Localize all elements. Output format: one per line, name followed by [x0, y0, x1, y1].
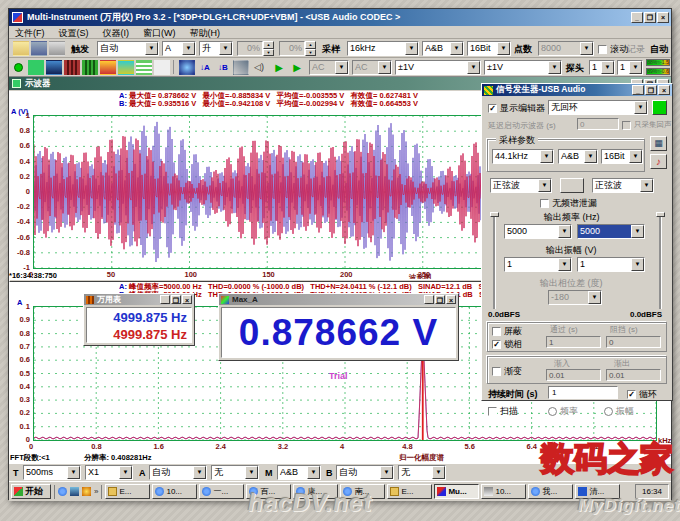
delay-input[interactable]: 0	[577, 118, 619, 130]
menu-help[interactable]: 帮助(H)	[190, 27, 221, 37]
spin-up-icon[interactable]: ▲	[263, 41, 274, 49]
radio-circle[interactable]	[548, 407, 557, 416]
checkbox-box[interactable]	[492, 327, 501, 336]
level-slider-a[interactable]	[493, 214, 496, 309]
close-icon[interactable]: ×	[657, 12, 669, 23]
data-logger-icon[interactable]	[100, 60, 116, 75]
marker-a-icon[interactable]: ↓A	[197, 60, 213, 75]
taskbar-button[interactable]: 一...	[199, 484, 244, 499]
fadeout-input[interactable]: 0.01	[606, 369, 661, 381]
amp-a-select[interactable]: 1▼	[504, 257, 572, 272]
close-icon[interactable]: ×	[182, 295, 192, 304]
b-extra-select[interactable]: 无▼	[398, 465, 446, 480]
generator-window[interactable]: 信号发生器-USB Audio _❐× ✓显示编辑器 无回环▼ 延迟启动示波器 …	[481, 83, 673, 401]
print-icon[interactable]	[49, 41, 65, 56]
radio-circle[interactable]	[604, 407, 613, 416]
minimize-icon[interactable]: _	[631, 12, 643, 23]
mask-checkbox[interactable]: 屏蔽	[492, 325, 522, 338]
checkbox-box[interactable]	[488, 407, 497, 416]
multimeter-window[interactable]: 万用表 _❐× 4999.875 Hz 4999.875 Hz	[83, 293, 195, 346]
checkbox-box[interactable]	[598, 45, 607, 54]
chevron-down-icon[interactable]: ▼	[640, 179, 653, 192]
play-icon[interactable]: ▶	[271, 60, 287, 75]
generator-title-bar[interactable]: 信号发生器-USB Audio _❐×	[482, 84, 672, 96]
wave-link-button[interactable]	[560, 178, 584, 193]
close-icon[interactable]: ×	[658, 85, 670, 95]
menu-file[interactable]: 文件(F)	[15, 27, 45, 37]
ddp-title-bar[interactable]: Max_A _❐×	[219, 294, 458, 305]
oscilloscope-icon[interactable]	[28, 60, 44, 75]
block-input[interactable]: 0	[606, 336, 661, 348]
trigger-level-spinner[interactable]: 0%▲▼	[237, 41, 274, 56]
spectrum-3d-icon[interactable]	[82, 60, 98, 75]
checkbox-box[interactable]	[622, 121, 631, 130]
taskbar-button[interactable]: E...	[105, 484, 150, 499]
chevron-down-icon[interactable]: ▼	[558, 258, 571, 271]
a-mode-select[interactable]: 自动▼	[149, 465, 207, 480]
chevron-down-icon[interactable]: ▼	[119, 466, 132, 479]
ddp-window[interactable]: Max_A _❐× 0.878662 V	[218, 293, 459, 361]
sample-rate-select[interactable]: 16kHz▼	[347, 41, 419, 56]
spin-up-icon[interactable]: ▲	[305, 41, 316, 49]
music-note-icon[interactable]: ♪	[650, 154, 667, 169]
chevron-down-icon[interactable]: ▼	[580, 42, 593, 55]
phase-select[interactable]: -180▼	[548, 290, 602, 305]
chevron-down-icon[interactable]: ▼	[540, 150, 553, 163]
multimeter-title-bar[interactable]: 万用表 _❐×	[84, 294, 194, 305]
probe-a-select[interactable]: 1▼	[589, 60, 615, 75]
chevron-down-icon[interactable]: ▼	[631, 225, 644, 238]
restore-icon[interactable]: ❐	[644, 12, 656, 23]
taskbar-button[interactable]: 10...	[152, 484, 197, 499]
taskbar-button[interactable]: Mu...	[434, 484, 479, 499]
chevron-down-icon[interactable]: ▼	[601, 61, 614, 74]
minimize-icon[interactable]: _	[160, 295, 170, 304]
chevron-down-icon[interactable]: ▼	[245, 466, 258, 479]
chevron-down-icon[interactable]: ▼	[432, 466, 445, 479]
minimize-icon[interactable]: _	[424, 295, 434, 304]
multimeter-icon[interactable]	[64, 60, 80, 75]
chevron-down-icon[interactable]: ▼	[634, 101, 647, 114]
chevron-down-icon[interactable]: ▼	[538, 179, 551, 192]
speaker-icon[interactable]: ◁)	[251, 60, 267, 75]
points-select[interactable]: 8000▼	[538, 41, 594, 56]
chevron-down-icon[interactable]: ▼	[584, 150, 597, 163]
gen-bits-select[interactable]: 16Bit▼	[601, 149, 643, 164]
taskbar-button[interactable]: 10...	[481, 484, 526, 499]
taskbar-button[interactable]: E...	[387, 484, 432, 499]
b-mode-select[interactable]: 自动▼	[336, 465, 394, 480]
chevron-down-icon[interactable]: ▼	[67, 466, 80, 479]
menu-settings[interactable]: 设置(S)	[59, 27, 89, 37]
no-leak-checkbox[interactable]: 无频谱泄漏	[540, 197, 597, 210]
sweep-freq-radio[interactable]: 频率	[548, 405, 578, 418]
coupling-b-select[interactable]: AC▼	[352, 60, 392, 75]
checkbox-box[interactable]: ✓	[488, 104, 497, 113]
menu-window[interactable]: 窗口(W)	[143, 27, 176, 37]
checkbox-box[interactable]: ✓	[492, 340, 501, 349]
start-button[interactable]: 开始	[11, 484, 51, 499]
trigger-mode-select[interactable]: 自动▼	[97, 41, 159, 56]
zoom-select[interactable]: X1▼	[85, 465, 133, 480]
lock-phase-checkbox[interactable]: ✓锁相	[492, 338, 522, 351]
freq-b-select[interactable]: 5000▼	[577, 224, 645, 239]
wave-a-select[interactable]: 正弦波▼	[490, 178, 552, 193]
chevron-down-icon[interactable]: ▼	[629, 61, 642, 74]
trigger-source-select[interactable]: A▼	[162, 41, 196, 56]
spin-down-icon[interactable]: ▼	[305, 49, 316, 57]
chevron-down-icon[interactable]: ▼	[631, 258, 644, 271]
slider-handle[interactable]	[490, 212, 499, 217]
duration-input[interactable]: 1	[548, 386, 618, 399]
play-selection-icon[interactable]: ▶	[289, 60, 305, 75]
chevron-down-icon[interactable]: ▼	[182, 42, 195, 55]
echo-only-checkbox[interactable]: 只采集回声	[622, 120, 672, 130]
probe-calibration-icon[interactable]	[233, 60, 249, 75]
checkbox-box[interactable]	[492, 367, 501, 376]
chevron-down-icon[interactable]: ▼	[405, 42, 418, 55]
m-select[interactable]: A&B▼	[277, 465, 321, 480]
auto-button[interactable]: 自动	[650, 43, 668, 56]
chevron-down-icon[interactable]: ▼	[378, 61, 391, 74]
percent-icon[interactable]	[154, 60, 170, 75]
menu-instrument[interactable]: 仪器(I)	[103, 27, 130, 37]
chevron-down-icon[interactable]: ▼	[450, 42, 463, 55]
save-signal-icon[interactable]: ▦	[650, 136, 667, 151]
chevron-down-icon[interactable]: ▼	[380, 466, 393, 479]
